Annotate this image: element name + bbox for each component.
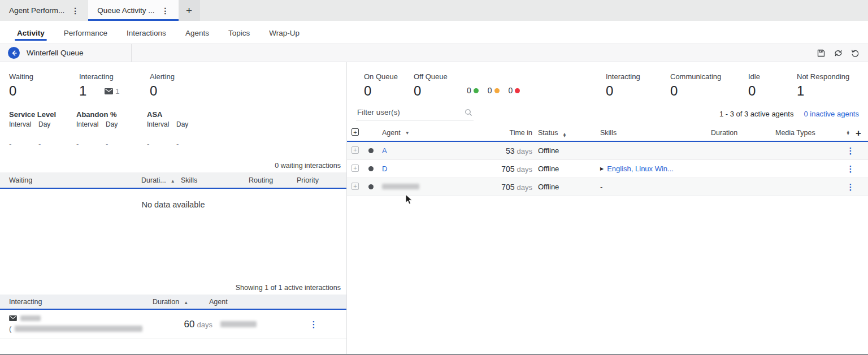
presence-offline-icon [368, 166, 374, 171]
no-data-message: No data available [0, 189, 346, 209]
redacted-email-address [15, 326, 142, 332]
agent-row[interactable]: A 53days Offline ⋮ [347, 142, 868, 160]
stat-waiting-label: Waiting [9, 72, 79, 81]
stat-interacting-label: Interacting [79, 72, 150, 81]
breadcrumb: Winterfell Queue [0, 44, 132, 62]
metric-interval-label: Interval [147, 120, 176, 128]
add-column-icon[interactable]: + [856, 128, 861, 138]
row-menu-icon[interactable]: ⋮ [305, 320, 322, 328]
metric-day-value: - [106, 140, 108, 148]
email-icon [9, 315, 17, 321]
main-content: Waiting 0 Interacting 1 1 [0, 62, 868, 354]
stat-waiting-value: 0 [9, 84, 79, 98]
queue-title: Winterfell Queue [27, 49, 84, 57]
col-duration[interactable]: Durati...▲ [141, 176, 181, 184]
save-icon[interactable] [816, 48, 826, 58]
col-skills[interactable]: Skills [181, 176, 249, 184]
col-skills[interactable]: Skills [600, 129, 711, 137]
stat-alerting-value: 0 [150, 84, 218, 98]
metric-interval-value: - [9, 140, 38, 148]
metric-interval-value: - [76, 140, 106, 148]
col-status[interactable]: Status▲▼ [538, 129, 600, 137]
stat-on-queue-value: 0 [364, 84, 414, 98]
subnav-interactions[interactable]: Interactions [127, 23, 166, 42]
waiting-interactions-count: 0 waiting interactions [0, 162, 346, 172]
add-tab-button[interactable]: + [179, 0, 200, 21]
skills-link[interactable]: English, Linux Win... [607, 164, 674, 173]
stat-off-queue-value: 0 [414, 84, 465, 98]
chevron-down-icon: ▼ [405, 131, 410, 136]
agent-name-link[interactable] [382, 183, 479, 191]
email-count: 1 [115, 87, 119, 96]
row-menu-icon[interactable]: ⋮ [842, 164, 859, 173]
queue-metrics: Service Level Interval Day - - Abandon %… [0, 110, 346, 148]
tab-queue-activity[interactable]: Queue Activity ... ⋮ [88, 0, 178, 21]
metric-abandon: Abandon % Interval Day - - [76, 110, 147, 148]
agent-name-link[interactable]: A [382, 146, 479, 155]
row-menu-icon[interactable]: ⋮ [842, 146, 859, 155]
metric-interval-value: - [147, 140, 176, 148]
metric-day-value: - [176, 140, 179, 148]
active-agents-count: 1 - 3 of 3 active agents [719, 110, 794, 118]
view-subnav: Activity Performance Interactions Agents… [0, 21, 868, 44]
subnav-topics[interactable]: Topics [228, 23, 250, 42]
col-duration[interactable]: Duration▲ [153, 298, 209, 306]
subnav-wrapup[interactable]: Wrap-Up [269, 23, 300, 42]
agent-row[interactable]: 705days Offline - ⋮ [347, 178, 868, 196]
waiting-table-empty-area: No data available [0, 189, 346, 278]
col-priority[interactable]: Priority [297, 176, 346, 184]
email-icon [105, 88, 113, 94]
tab-agent-performance[interactable]: Agent Perform... ⋮ [0, 0, 88, 21]
agent-filter-row: 1 - 3 of 3 active agents 0 inactive agen… [347, 98, 868, 120]
inactive-agents-link[interactable]: 0 inactive agents [804, 110, 859, 118]
stat-idle: Idle 0 [748, 72, 780, 98]
interaction-duration: 60days [153, 319, 220, 330]
expand-all-icon[interactable] [351, 128, 359, 136]
refresh-icon[interactable] [833, 48, 843, 58]
toolbar [816, 48, 868, 58]
presence-away: 0 [488, 86, 500, 95]
filter-users-input[interactable] [357, 108, 465, 116]
metric-interval-label: Interval [9, 120, 38, 128]
col-duration[interactable]: Duration [711, 129, 775, 137]
metric-asa: ASA Interval Day - - [147, 110, 220, 148]
col-agent[interactable]: Agent ▼ [382, 129, 479, 137]
agent-status: Offline [538, 146, 600, 155]
subnav-performance[interactable]: Performance [64, 23, 107, 42]
expand-row-icon[interactable] [351, 146, 359, 154]
sort-icon[interactable]: ▲▼ [846, 131, 850, 135]
interaction-subject: ( [9, 315, 153, 333]
metric-service-level: Service Level Interval Day - - [9, 110, 76, 148]
col-time-in[interactable]: Time in [479, 129, 538, 137]
expand-skills-icon[interactable]: ▶ [600, 166, 604, 171]
stat-on-queue: On Queue 0 [364, 72, 414, 98]
col-media-types[interactable]: Media Types [775, 129, 839, 137]
agent-status: Offline [538, 183, 600, 191]
agent-name-link[interactable]: D [382, 164, 479, 173]
tab-menu-icon[interactable]: ⋮ [70, 6, 80, 15]
back-button[interactable] [8, 47, 20, 59]
row-menu-icon[interactable]: ⋮ [842, 183, 859, 191]
expand-row-icon[interactable] [351, 164, 359, 172]
agent-time-in: 705days [479, 183, 538, 192]
stat-alerting: Alerting 0 [150, 72, 218, 98]
col-agent[interactable]: Agent [209, 298, 305, 306]
search-icon [465, 109, 472, 116]
col-waiting[interactable]: Waiting [9, 176, 141, 184]
tab-menu-icon[interactable]: ⋮ [160, 6, 171, 15]
metric-day-label: Day [106, 120, 118, 128]
arrow-left-icon [11, 50, 18, 57]
busy-dot-icon [515, 88, 520, 93]
filter-users-field[interactable] [356, 106, 474, 120]
sort-asc-icon: ▲ [171, 179, 175, 184]
undo-icon[interactable] [850, 48, 860, 58]
col-routing[interactable]: Routing [249, 176, 297, 184]
expand-row-icon[interactable] [351, 183, 359, 190]
away-dot-icon [494, 88, 500, 93]
metric-day-label: Day [38, 120, 50, 128]
col-interacting[interactable]: Interacting [9, 298, 153, 306]
subnav-agents[interactable]: Agents [185, 23, 209, 42]
agents-table: Agent ▼ Time in Status▲▼ Skills Duration… [347, 125, 868, 196]
agent-row[interactable]: D 705days Offline ▶ English, Linux Win..… [347, 160, 868, 178]
subnav-activity[interactable]: Activity [17, 23, 45, 42]
